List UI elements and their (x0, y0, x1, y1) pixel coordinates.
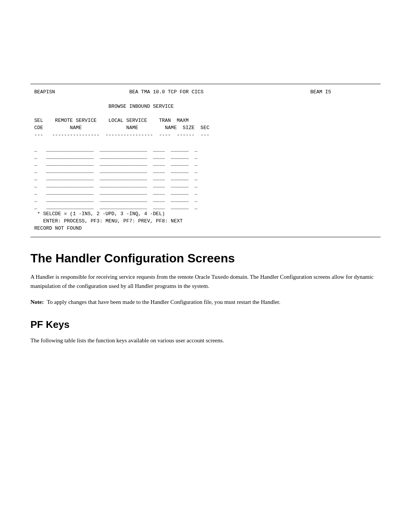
note-label: Note: (30, 297, 44, 307)
terminal-row-7: _ ________________ ________________ ____… (34, 190, 198, 195)
terminal-screen-title: BROWSE INBOUND SERVICE (108, 104, 174, 109)
handler-section-body: A Handler is responsible for receiving s… (30, 272, 381, 291)
terminal-row-4: _ ________________ ________________ ____… (34, 168, 198, 174)
terminal-footer-line3: RECORD NOT FOUND (34, 225, 82, 231)
terminal-row-1: _ ________________ ________________ ____… (34, 147, 198, 152)
note-text: To apply changes that have been made to … (47, 297, 280, 307)
terminal-footer-line2: ENTER: PROCESS, PF3: MENU, PF7: PREV, PF… (34, 218, 183, 224)
page-container: BEAPISN BEA TMA 10.0 TCP FOR CICS BEAM I… (0, 84, 411, 532)
note-block: Note: To apply changes that have been ma… (30, 297, 381, 307)
pf-keys-section-title: PF Keys (30, 319, 381, 331)
terminal-col-separator: --- ---------------- ---------------- --… (34, 132, 209, 138)
pf-keys-section-body: The following table lists the function k… (30, 336, 381, 345)
terminal-col-headers-line1: SEL REMOTE SERVICE LOCAL SERVICE TRAN MA… (34, 118, 189, 123)
terminal-row-2: _ ________________ ________________ ____… (34, 154, 198, 160)
terminal-section: BEAPISN BEA TMA 10.0 TCP FOR CICS BEAM I… (30, 84, 381, 237)
terminal-row-5: _ ________________ ________________ ____… (34, 175, 198, 181)
terminal-row-9: _ ________________ ________________ ____… (34, 204, 198, 210)
handler-section-title: The Handler Configuration Screens (30, 251, 381, 265)
terminal-content: BEAPISN BEA TMA 10.0 TCP FOR CICS BEAM I… (30, 87, 381, 234)
terminal-col-headers-line2: CDE NAME NAME NAME SIZE SEC (34, 125, 209, 131)
terminal-header: BEAPISN (34, 89, 55, 95)
terminal-header-center: BEA TMA 10.0 TCP FOR CICS (129, 89, 204, 95)
main-content: The Handler Configuration Screens A Hand… (30, 237, 381, 345)
terminal-row-3: _ ________________ ________________ ____… (34, 161, 198, 166)
terminal-header-right: BEAM I5 (311, 89, 331, 95)
terminal-row-8: _ ________________ ________________ ____… (34, 197, 198, 203)
terminal-footer-line1: * SELCDE = (1 -INS, 2 -UPD, 3 -INQ, 4 -D… (34, 211, 165, 217)
terminal-row-6: _ ________________ ________________ ____… (34, 182, 198, 188)
